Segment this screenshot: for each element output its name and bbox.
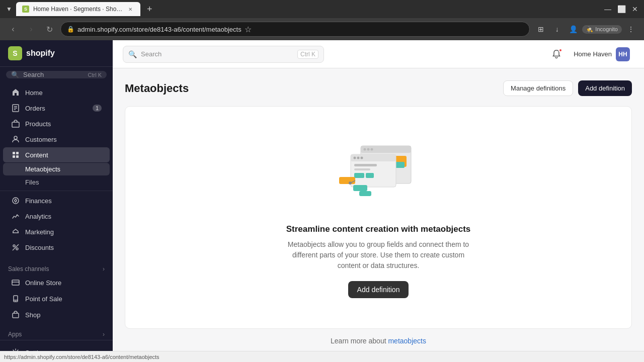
sidebar-item-point-of-sale-label: Point of Sale	[25, 295, 102, 303]
svg-rect-37	[354, 173, 364, 178]
sidebar-item-marketing[interactable]: Marketing	[3, 224, 110, 239]
sidebar-item-customers-label: Customers	[25, 136, 102, 143]
extensions-btn[interactable]: ⊞	[534, 22, 548, 36]
search-placeholder: Search	[141, 50, 293, 58]
sidebar-item-products-label: Products	[25, 120, 102, 128]
sidebar-header: S shopify	[0, 40, 113, 67]
sidebar-item-products[interactable]: Products	[3, 116, 110, 131]
active-tab[interactable]: S Home Haven · Segments · Sho… ✕	[16, 2, 140, 16]
store-badge[interactable]: Home Haven HH	[570, 45, 634, 63]
svg-point-12	[16, 248, 18, 250]
minimize-btn[interactable]: —	[602, 3, 613, 15]
sidebar-item-finances[interactable]: Finances	[3, 193, 110, 208]
close-btn[interactable]: ✕	[630, 3, 640, 15]
tab-list-btn[interactable]: ▼	[4, 4, 14, 15]
sidebar-item-discounts[interactable]: Discounts	[3, 240, 110, 255]
sidebar-item-settings[interactable]: Settings	[3, 345, 110, 351]
svg-point-34	[361, 157, 363, 159]
svg-rect-39	[339, 177, 355, 184]
sidebar-item-point-of-sale[interactable]: Point of Sale	[3, 291, 110, 306]
svg-rect-6	[13, 152, 15, 154]
reload-btn[interactable]: ↻	[42, 22, 56, 36]
incognito-badge: 🕵 Incognito	[582, 25, 622, 34]
sidebar-item-finances-label: Finances	[25, 197, 102, 205]
status-bar: https://admin.shopify.com/store/de8143-a…	[0, 351, 644, 362]
sidebar-item-content-label: Content	[25, 151, 102, 159]
add-definition-button[interactable]: Add definition	[578, 80, 632, 96]
metaobjects-link[interactable]: metaobjects	[388, 337, 426, 345]
svg-rect-43	[359, 191, 371, 196]
apps-section[interactable]: Apps ›	[0, 327, 113, 340]
shop-icon	[11, 310, 20, 319]
sales-channels-title: Sales channels	[8, 265, 49, 273]
status-url: https://admin.shopify.com/store/de8143-a…	[4, 354, 159, 360]
svg-rect-18	[13, 313, 19, 318]
svg-point-10	[13, 198, 19, 204]
svg-rect-36	[354, 168, 370, 170]
empty-state-add-button[interactable]: Add definition	[348, 281, 409, 298]
page-header: Metaobjects Manage definitions Add defin…	[125, 80, 632, 96]
sales-channels-section[interactable]: Sales channels ›	[0, 261, 113, 275]
sidebar-item-home-label: Home	[25, 89, 102, 97]
sidebar-search[interactable]: 🔍 Search Ctrl K	[6, 71, 107, 78]
sidebar-item-online-store[interactable]: Online Store	[3, 275, 110, 290]
tab-close-btn[interactable]: ✕	[126, 5, 134, 13]
finances-icon	[11, 196, 20, 205]
online-store-icon	[11, 278, 20, 287]
svg-point-33	[357, 157, 360, 159]
sidebar-item-marketing-label: Marketing	[25, 228, 102, 236]
sidebar-item-orders-label: Orders	[25, 105, 88, 112]
address-bar[interactable]: 🔒 admin.shopify.com/store/de8143-a6/cont…	[60, 22, 530, 37]
sidebar-item-orders[interactable]: Orders 1	[3, 101, 110, 116]
apps-arrow: ›	[103, 331, 105, 338]
sidebar-item-settings-label: Settings	[25, 349, 102, 351]
sidebar-item-files[interactable]: Files	[3, 176, 110, 189]
svg-point-41	[349, 182, 352, 185]
empty-state: Streamline content creation with metaobj…	[125, 107, 631, 328]
svg-rect-35	[354, 164, 377, 166]
download-btn[interactable]: ↓	[550, 22, 564, 36]
menu-btn[interactable]: ⋮	[624, 22, 638, 36]
manage-definitions-button[interactable]: Manage definitions	[503, 80, 573, 96]
metaobjects-card: Streamline content creation with metaobj…	[125, 106, 632, 329]
sidebar-item-analytics[interactable]: Analytics	[3, 209, 110, 224]
shopify-logo-icon: S	[8, 46, 22, 60]
search-bar[interactable]: 🔍 Search Ctrl K	[123, 46, 324, 63]
page-actions: Manage definitions Add definition	[503, 80, 632, 96]
back-btn[interactable]: ‹	[6, 22, 20, 36]
maximize-btn[interactable]: ⬜	[615, 3, 628, 15]
sidebar-item-shop[interactable]: Shop	[3, 307, 110, 322]
sidebar: S shopify 🔍 Search Ctrl K Home Orders	[0, 40, 113, 351]
browser-titlebar: ▼ S Home Haven · Segments · Sho… ✕ + — ⬜…	[0, 0, 644, 18]
orders-badge: 1	[93, 105, 102, 112]
sidebar-item-content[interactable]: Content	[3, 147, 110, 162]
search-shortcut: Ctrl K	[297, 50, 318, 59]
svg-point-32	[354, 157, 356, 159]
sidebar-item-discounts-label: Discounts	[25, 244, 102, 251]
content-icon	[11, 150, 20, 159]
forward-btn[interactable]: ›	[24, 22, 38, 36]
apps-title: Apps	[8, 331, 22, 338]
svg-rect-7	[16, 152, 19, 154]
page-content: Metaobjects Manage definitions Add defin…	[113, 68, 644, 351]
bookmark-btn[interactable]: ☆	[245, 25, 252, 34]
main-content: 🔍 Search Ctrl K Home Haven HH Metaobject…	[113, 40, 644, 351]
tab-title: Home Haven · Segments · Sho…	[33, 6, 122, 13]
page-title: Metaobjects	[125, 82, 189, 95]
sidebar-item-metaobjects[interactable]: Metaobjects	[3, 163, 110, 175]
products-icon	[11, 119, 20, 128]
analytics-icon	[11, 212, 20, 221]
sidebar-item-analytics-label: Analytics	[25, 213, 102, 220]
sidebar-item-customers[interactable]: Customers	[3, 132, 110, 147]
url-text: admin.shopify.com/store/de8143-a6/conten…	[77, 26, 242, 33]
search-icon: 🔍	[128, 50, 137, 58]
divider-1	[0, 191, 113, 191]
profile-btn[interactable]: 👤	[566, 22, 580, 36]
top-bar-actions: Home Haven HH	[548, 45, 634, 63]
svg-point-23	[367, 148, 370, 151]
sidebar-item-home[interactable]: Home	[3, 85, 110, 100]
discounts-icon	[11, 243, 20, 252]
new-tab-btn[interactable]: +	[142, 2, 156, 16]
notification-btn[interactable]	[548, 46, 565, 62]
customers-icon	[11, 135, 20, 144]
